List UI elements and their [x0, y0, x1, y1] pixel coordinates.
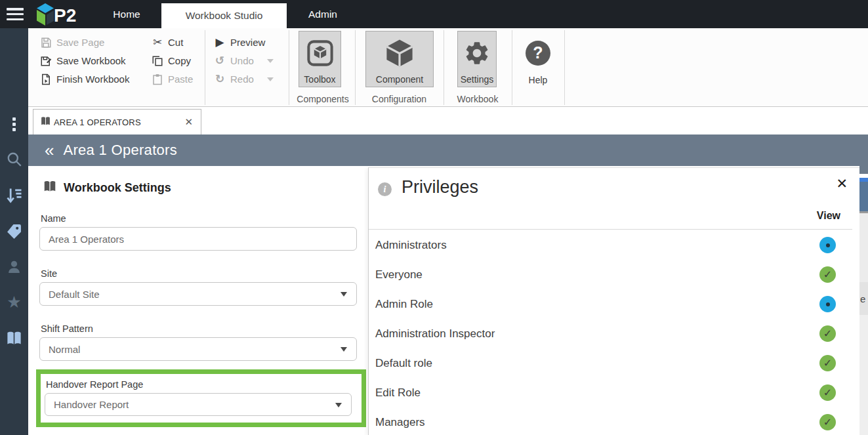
search-icon[interactable]	[0, 148, 28, 171]
user-icon[interactable]	[0, 255, 28, 278]
preview-label: Preview	[230, 37, 265, 48]
privilege-name: Managers	[375, 416, 425, 429]
privileges-close-icon[interactable]: ✕	[836, 176, 848, 192]
site-select-value: Default Site	[49, 289, 100, 300]
view-permission-toggle[interactable]	[819, 384, 836, 401]
view-permission-toggle[interactable]	[819, 355, 836, 371]
tab-close-icon[interactable]: ✕	[184, 116, 193, 128]
page-title: Area 1 Operators	[63, 142, 177, 159]
undo-dropdown-caret-icon[interactable]	[267, 59, 274, 63]
handover-report-page-select-value: Handover Report	[54, 399, 129, 410]
save-workbook-label: Save Workbook	[56, 55, 126, 66]
undo-label: Undo	[230, 55, 254, 66]
star-icon[interactable]: ★	[0, 291, 28, 313]
help-button[interactable]: ? Help	[521, 31, 555, 87]
privilege-name: Default role	[375, 357, 432, 370]
sliver-row	[859, 315, 868, 435]
view-permission-toggle[interactable]	[819, 296, 836, 312]
document-tab-bar: AREA 1 OPERATORS ✕	[28, 107, 868, 135]
star-glyph: ★	[7, 294, 21, 310]
workbooks-book-icon[interactable]	[0, 327, 28, 349]
privilege-name: Edit Role	[375, 386, 421, 400]
name-field-label: Name	[41, 213, 66, 224]
help-button-label: Help	[529, 75, 548, 85]
site-select[interactable]: Default Site	[39, 282, 357, 306]
privilege-row: Administrators	[369, 230, 860, 260]
view-permission-toggle[interactable]	[819, 325, 836, 342]
site-field-label: Site	[41, 268, 57, 279]
ribbon-group-label-workbook: Workbook	[444, 92, 512, 106]
privilege-name: Administration Inspector	[375, 327, 495, 341]
paste-icon	[151, 73, 164, 85]
logo-text: P2	[54, 5, 76, 26]
toolbox-button[interactable]: Toolbox	[299, 31, 341, 87]
collapse-chevron-icon[interactable]: «	[45, 142, 54, 159]
save-page-button[interactable]: Save Page	[39, 33, 129, 51]
sliver-partial-text: e	[860, 293, 865, 304]
component-button-label: Component	[376, 74, 423, 85]
nav-tab-admin[interactable]: Admin	[287, 0, 359, 28]
info-icon: i	[378, 182, 392, 196]
paste-button[interactable]: Paste	[151, 70, 193, 88]
privilege-name: Everyone	[375, 268, 423, 281]
workbook-settings-title: Workbook Settings	[64, 181, 171, 195]
ribbon-file-group: Save Page Save Workbook Finish Workbook	[39, 33, 129, 88]
p2-logo: P2	[36, 3, 82, 29]
app-window: P2 Home Workbook Studio Admin ★	[0, 0, 868, 435]
ribbon-separator	[289, 30, 289, 105]
handover-report-page-select[interactable]: Handover Report	[45, 393, 352, 416]
shift-pattern-select-value: Normal	[49, 344, 80, 355]
redo-icon: ↻	[213, 73, 226, 85]
privileges-divider	[369, 229, 852, 230]
sort-list-icon[interactable]	[0, 184, 28, 207]
privilege-row: Administration Inspector	[369, 319, 860, 348]
privilege-name: Administrators	[375, 239, 447, 252]
ribbon-clipboard-group: ✂ Cut Copy Paste	[151, 33, 193, 88]
finish-workbook-button[interactable]: Finish Workbook	[39, 70, 129, 88]
cut-label: Cut	[168, 37, 183, 48]
sliver-slate-block	[859, 182, 868, 211]
shift-pattern-field-label: Shift Pattern	[41, 323, 93, 334]
privilege-row: Edit Role	[369, 378, 860, 407]
view-permission-toggle[interactable]	[819, 414, 836, 430]
privileges-title: Privileges	[402, 177, 478, 197]
handover-report-page-field-label: Handover Report Page	[46, 379, 143, 390]
component-button[interactable]: Component	[365, 31, 434, 87]
privileges-panel: i Privileges ✕ View Administrators Every…	[368, 167, 859, 435]
cut-button[interactable]: ✂ Cut	[151, 33, 193, 51]
nav-tab-workbook-studio[interactable]: Workbook Studio	[161, 3, 287, 28]
tag-icon[interactable]	[0, 220, 28, 242]
copy-label: Copy	[168, 55, 191, 66]
save-workbook-button[interactable]: Save Workbook	[39, 52, 129, 70]
tab-label: AREA 1 OPERATORS	[54, 117, 141, 127]
privilege-row: Everyone	[369, 260, 860, 289]
sliver-header-strip	[859, 166, 868, 174]
tab-area-1-operators[interactable]: AREA 1 OPERATORS ✕	[33, 109, 201, 135]
undo-icon: ↺	[213, 55, 226, 66]
undo-button[interactable]: ↺ Undo	[213, 52, 274, 70]
settings-gear-icon	[463, 31, 491, 74]
logo-dark-facet	[47, 10, 54, 25]
preview-button[interactable]: ▶ Preview	[213, 33, 274, 51]
privilege-row: Default role	[369, 348, 860, 378]
shift-pattern-select[interactable]: Normal	[39, 337, 357, 361]
view-permission-toggle[interactable]	[819, 237, 836, 253]
name-input[interactable]	[39, 227, 357, 251]
more-options-icon[interactable]	[0, 113, 28, 135]
ribbon-separator	[564, 30, 565, 105]
top-nav-bar: P2 Home Workbook Studio Admin	[0, 0, 868, 28]
left-sidebar: ★	[0, 28, 28, 435]
nav-tab-home[interactable]: Home	[92, 0, 161, 28]
privilege-row: Admin Role	[369, 289, 860, 319]
privilege-row: Managers	[369, 407, 860, 435]
hamburger-menu-icon[interactable]	[7, 8, 24, 20]
redo-button[interactable]: ↻ Redo	[213, 70, 274, 88]
privileges-row-list: Administrators Everyone Admin Role Admin…	[369, 230, 860, 435]
tab-book-icon	[40, 115, 51, 129]
settings-button[interactable]: Settings	[457, 31, 497, 87]
save-page-label: Save Page	[56, 37, 104, 48]
component-cube-icon	[384, 31, 415, 74]
redo-dropdown-caret-icon[interactable]	[267, 77, 274, 81]
view-permission-toggle[interactable]	[819, 266, 836, 283]
copy-button[interactable]: Copy	[151, 52, 193, 70]
